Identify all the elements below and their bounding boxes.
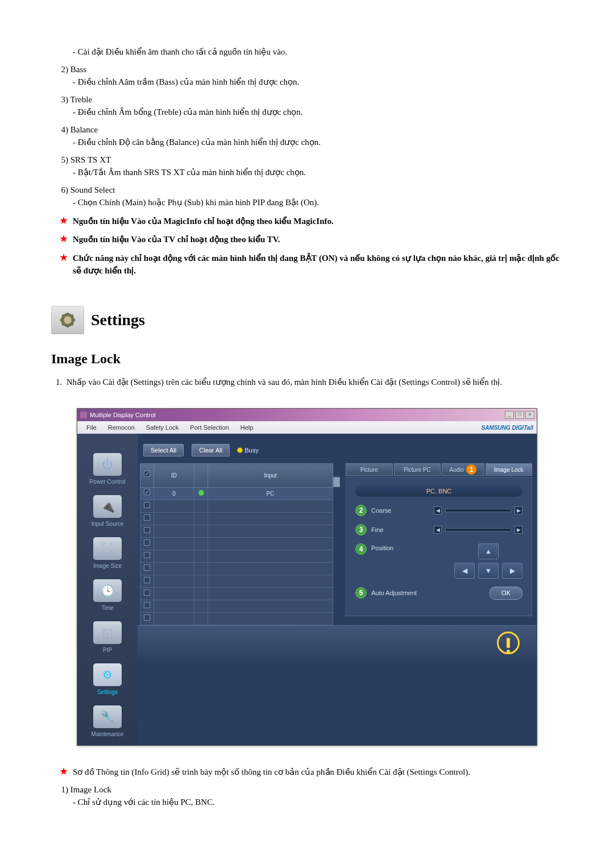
close-button[interactable]: × <box>525 411 534 419</box>
app-window: Multiple Display Control _ □ × File Remo… <box>77 408 537 746</box>
star-note-1: ★ Nguồn tín hiệu Vào của MagicInfo chỉ h… <box>56 215 563 228</box>
table-row[interactable] <box>140 537 333 550</box>
row-checkbox[interactable] <box>144 589 150 596</box>
pip-icon: ◱ <box>93 621 122 644</box>
position-down-button[interactable]: ▼ <box>478 563 499 579</box>
clock-icon: 🕓 <box>93 579 122 602</box>
star-icon: ★ <box>59 215 68 227</box>
sidebar-item-power-control[interactable]: ⏻ Power Control <box>77 451 138 493</box>
menu-remocon[interactable]: Remocon <box>102 423 140 433</box>
row-checkbox[interactable] <box>144 514 150 521</box>
toolbar: Select All Clear All Busy <box>138 442 537 459</box>
coarse-decrease-button[interactable]: ◀ <box>434 506 442 514</box>
table-row[interactable] <box>140 575 333 587</box>
ok-button[interactable]: OK <box>489 587 522 600</box>
row-checkbox[interactable] <box>144 602 150 608</box>
menu-port-selection[interactable]: Port Selection <box>184 423 234 433</box>
row-checkbox[interactable] <box>144 502 150 508</box>
sidebar: ⏻ Power Control 🔌 Input Source ⛶ Image S… <box>77 434 138 745</box>
maximize-button[interactable]: □ <box>515 411 524 419</box>
star-note-3: ★ Chức năng này chỉ hoạt động với các mà… <box>56 252 563 277</box>
fine-decrease-button[interactable]: ◀ <box>434 526 442 534</box>
row-checkbox[interactable] <box>144 552 150 558</box>
row-checkbox[interactable] <box>144 489 150 495</box>
item-4: 4) Balance <box>56 123 563 136</box>
coarse-increase-button[interactable]: ▶ <box>515 506 522 514</box>
header-checkbox[interactable] <box>140 464 154 488</box>
star-icon: ★ <box>59 766 68 778</box>
table-row[interactable] <box>140 612 333 625</box>
settings-icon <box>51 306 84 334</box>
table-row[interactable] <box>140 512 333 525</box>
window-title: Multiple Display Control <box>90 410 156 420</box>
item-2: 2) Bass <box>56 63 563 76</box>
position-control: 4 Position ▲ ◀ ▼ ▶ <box>355 543 522 579</box>
menu-help[interactable]: Help <box>235 423 259 433</box>
table-row[interactable] <box>140 550 333 562</box>
sidebar-item-image-size[interactable]: ⛶ Image Size <box>77 535 138 577</box>
sidebar-item-maintenance[interactable]: 🔧 Maintenance <box>77 703 138 745</box>
busy-indicator-icon <box>238 448 242 452</box>
gear-icon: ⚙ <box>93 663 122 686</box>
sidebar-item-settings[interactable]: ⚙ Settings <box>77 661 138 703</box>
position-right-button[interactable]: ▶ <box>502 563 522 579</box>
sidebar-item-time[interactable]: 🕓 Time <box>77 577 138 619</box>
minimize-button[interactable]: _ <box>505 411 514 419</box>
fine-increase-button[interactable]: ▶ <box>515 526 522 534</box>
tab-picture-pc[interactable]: Picture PC <box>394 463 441 476</box>
table-row[interactable] <box>140 562 333 575</box>
power-icon: ⏻ <box>93 453 122 476</box>
menu-file[interactable]: File <box>81 423 102 433</box>
sidebar-item-input-source[interactable]: 🔌 Input Source <box>77 493 138 535</box>
control-panel: PC, BNC 2 Coarse ◀ ▶ <box>346 477 532 616</box>
position-left-button[interactable]: ◀ <box>454 563 475 579</box>
tab-picture[interactable]: Picture <box>346 463 393 476</box>
status-bar <box>138 625 537 661</box>
table-row[interactable] <box>140 587 333 600</box>
star-icon: ★ <box>59 252 68 264</box>
coarse-slider[interactable] <box>445 509 511 512</box>
badge-4: 4 <box>355 543 367 555</box>
badge-3: 3 <box>355 524 367 535</box>
brand-label: SAMSUNG DIGITall <box>482 423 533 432</box>
screenshot: Multiple Display Control _ □ × File Remo… <box>51 408 563 746</box>
subsection-title: Image Lock <box>51 348 563 369</box>
table-row[interactable]: 0 PC <box>140 487 333 500</box>
clear-all-button[interactable]: Clear All <box>192 444 230 457</box>
item-6: 6) Sound Select <box>56 184 563 197</box>
sidebar-item-label: Maintenance <box>77 730 138 738</box>
mode-label: PC, BNC <box>355 485 522 497</box>
bottom-item-1: 1) Image Lock <box>56 783 563 796</box>
badge-2: 2 <box>355 505 367 516</box>
fine-slider[interactable] <box>445 528 511 531</box>
header-id[interactable]: ID <box>154 464 194 488</box>
info-icon <box>497 632 520 654</box>
table-row[interactable] <box>140 500 333 512</box>
titlebar[interactable]: Multiple Display Control _ □ × <box>77 409 537 421</box>
row-checkbox[interactable] <box>144 527 150 533</box>
badge-5: 5 <box>355 587 367 599</box>
row-checkbox[interactable] <box>144 614 150 621</box>
sidebar-item-pip[interactable]: ◱ PIP <box>77 619 138 661</box>
position-up-button[interactable]: ▲ <box>478 543 499 559</box>
image-size-icon: ⛶ <box>93 537 122 560</box>
select-all-button[interactable]: Select All <box>143 444 184 457</box>
row-checkbox[interactable] <box>144 577 150 583</box>
bottom-content: ★ Sơ đồ Thông tin (Info Grid) sẽ trình b… <box>56 766 563 809</box>
header-input[interactable]: Input <box>208 464 333 488</box>
scrollbar-thumb[interactable] <box>333 477 340 487</box>
table-row[interactable] <box>140 525 333 537</box>
menu-safety-lock[interactable]: Safety Lock <box>140 423 184 433</box>
table-row[interactable] <box>140 600 333 612</box>
sidebar-item-label: Settings <box>77 688 138 696</box>
auto-adjustment-control: 5 Auto Adjustment OK <box>355 587 522 600</box>
row-checkbox[interactable] <box>144 539 150 546</box>
tab-image-lock[interactable]: Image Lock <box>486 463 533 476</box>
row-checkbox[interactable] <box>144 564 150 571</box>
sidebar-item-label: Power Control <box>77 477 138 486</box>
display-grid: ID Input 0 PC <box>140 463 333 625</box>
app-icon <box>80 411 88 419</box>
tab-audio[interactable]: Audio 1 <box>442 463 484 476</box>
header-status <box>194 464 208 488</box>
item-5: 5) SRS TS XT <box>56 153 563 167</box>
